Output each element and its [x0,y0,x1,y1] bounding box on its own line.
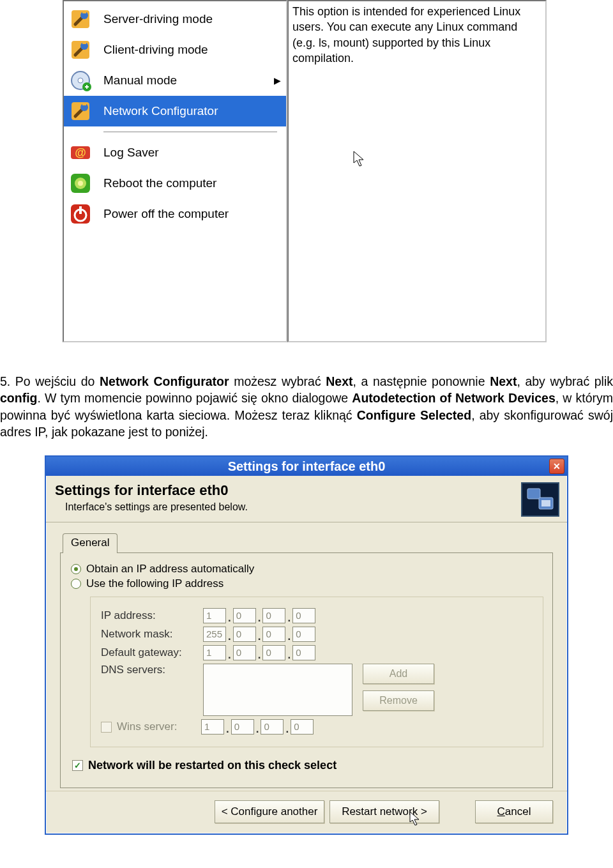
ip-address-input[interactable]: 1. 0. 0. 0 [203,608,315,623]
settings-dialog: Settings for interface eth0 ✕ Settings f… [45,455,568,835]
svg-rect-2 [82,11,86,13]
menu-item-label: Power off the computer [103,207,229,221]
tab-area: General Obtain an IP address automatical… [46,522,567,791]
menu-left-panel: Server-driving mode Client-driving mode … [63,0,287,342]
svg-rect-19 [79,206,82,214]
ip-octet[interactable]: 0 [292,608,315,623]
menu-item-label: Reboot the computer [103,176,216,190]
svg-point-7 [78,78,83,83]
menu-item-client-driving[interactable]: Client-driving mode [64,34,286,65]
menu-item-log-saver[interactable]: @ Log Saver [64,137,286,168]
ip-octet[interactable]: 0 [262,608,285,623]
instruction-paragraph: 5. Po wejściu do Network Configurator mo… [0,373,613,440]
menu-item-label: Log Saver [103,146,159,160]
menu-item-server-driving[interactable]: Server-driving mode [64,4,286,34]
checkbox-icon: ✓ [72,760,83,771]
ip-octet[interactable]: 0 [292,627,315,642]
wrench-icon [66,36,95,64]
svg-rect-5 [82,42,86,44]
radio-label: Use the following IP address [86,577,223,590]
menu-item-network-configurator[interactable]: Network Configurator [64,96,286,126]
wins-input[interactable]: 1. 0. 0. 0 [201,719,314,735]
ip-octet[interactable]: 1 [203,645,226,660]
ip-octet[interactable]: 0 [233,608,256,623]
submenu-arrow-icon: ▶ [274,75,281,86]
svg-rect-22 [541,500,550,506]
add-dns-button[interactable]: Add [363,664,434,684]
menu-info-panel: This option is intended for experienced … [287,0,547,342]
ip-octet[interactable]: 0 [231,719,254,735]
checkbox-label: Network will be restarted on this check … [88,759,337,772]
cd-wrench-icon [66,66,95,95]
ip-octet[interactable]: 0 [291,719,314,735]
svg-text:@: @ [75,146,86,159]
dialog-title: Settings for interface eth0 [228,459,386,474]
tab-general[interactable]: General [63,533,117,553]
svg-rect-20 [527,489,540,499]
configure-another-button[interactable]: < Configure another [215,800,324,823]
wrench-icon [66,97,95,125]
menu-item-manual-mode[interactable]: Manual mode ▶ [64,65,286,96]
dialog-header: Settings for interface eth0 Interface's … [46,476,567,522]
row-ip-address: IP address: 1. 0. 0. 0 [101,608,533,623]
row-network-mask: Network mask: 255. 0. 0. 0 [101,627,533,642]
ip-octet[interactable]: 0 [233,627,256,642]
tab-strip: General [63,533,553,552]
field-label: Network mask: [101,628,203,641]
svg-rect-11 [82,103,86,105]
power-icon [66,200,95,228]
button-label: Restart network > [342,805,427,818]
tab-page-general: Obtain an IP address automatically Use t… [60,552,553,788]
ip-octet[interactable]: 1 [201,719,224,735]
dialog-titlebar: Settings for interface eth0 ✕ [46,457,567,476]
radio-icon [71,564,81,574]
radio-obtain-auto[interactable]: Obtain an IP address automatically [71,563,543,575]
dialog-footer: < Configure another Restart network > Ca… [46,791,567,834]
menu-item-label: Network Configurator [103,104,218,118]
wins-checkbox[interactable] [101,722,112,733]
menu-item-label: Server-driving mode [103,12,213,26]
dns-list[interactable] [203,664,352,716]
row-default-gateway: Default gateway: 1. 0. 0. 0 [101,645,533,660]
menu-item-label: Manual mode [103,73,177,88]
field-label: Wins server: [117,720,201,733]
restart-network-button[interactable]: Restart network > [329,800,439,823]
menu-item-reboot[interactable]: Reboot the computer [64,168,286,199]
network-mask-input[interactable]: 255. 0. 0. 0 [203,627,315,642]
ip-octet[interactable]: 0 [262,645,285,660]
radio-label: Obtain an IP address automatically [86,563,254,575]
ip-octet[interactable]: 0 [261,719,284,735]
row-wins-server: Wins server: 1. 0. 0. 0 [101,719,533,735]
ip-octet[interactable]: 0 [292,645,315,660]
dialog-screenshot: Settings for interface eth0 ✕ Settings f… [45,455,568,835]
remove-dns-button[interactable]: Remove [363,690,434,711]
ip-fields-group: IP address: 1. 0. 0. 0 Network mask: 255… [90,597,543,747]
button-label: < Configure another [222,805,318,818]
ip-octet[interactable]: 255 [203,627,226,642]
reboot-icon [66,169,95,197]
restart-network-checkbox-row[interactable]: ✓ Network will be restarted on this chec… [72,759,543,772]
menu-box: Server-driving mode Client-driving mode … [63,0,547,342]
tab-label: General [71,537,109,549]
menu-separator [103,132,277,132]
menu-item-label: Client-driving mode [103,43,208,57]
dialog-header-title: Settings for interface eth0 [55,482,248,499]
button-label: Cancel [497,805,531,818]
gateway-input[interactable]: 1. 0. 0. 0 [203,645,315,660]
dialog-header-subtitle: Interface's settings are presented below… [65,501,248,513]
close-icon: ✕ [553,461,561,471]
network-icon [521,482,559,517]
ip-octet[interactable]: 0 [233,645,256,660]
cancel-button[interactable]: Cancel [475,800,553,823]
at-icon: @ [66,139,95,167]
ip-octet[interactable]: 1 [203,608,226,623]
row-dns-servers: DNS servers: Add Remove [101,664,533,716]
svg-point-16 [78,181,83,186]
field-label: Default gateway: [101,646,203,659]
radio-use-following[interactable]: Use the following IP address [71,577,543,590]
field-label: DNS servers: [101,664,203,676]
field-label: IP address: [101,609,203,622]
menu-item-power-off[interactable]: Power off the computer [64,199,286,229]
window-close-button[interactable]: ✕ [549,459,564,474]
ip-octet[interactable]: 0 [262,627,285,642]
